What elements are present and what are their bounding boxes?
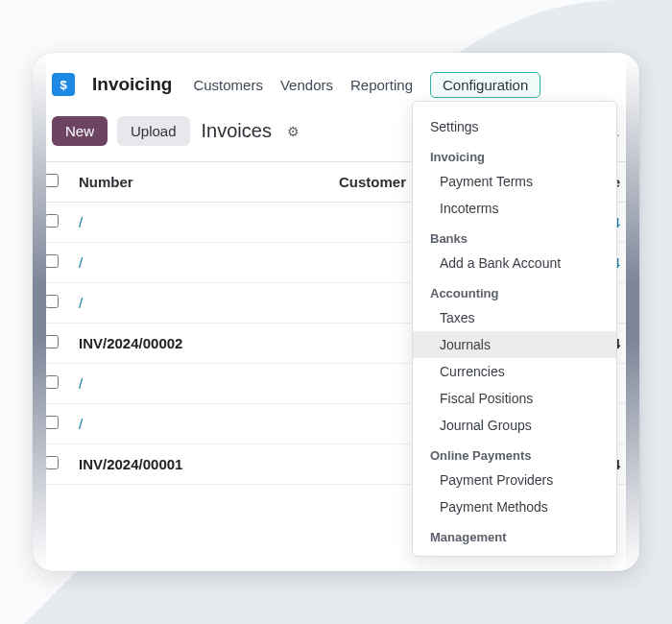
row-checkbox[interactable] bbox=[45, 254, 59, 268]
menu-item-payment-terms[interactable]: Payment Terms bbox=[413, 168, 616, 195]
menu-item-fiscal-positions[interactable]: Fiscal Positions bbox=[413, 385, 616, 412]
new-button[interactable]: New bbox=[52, 116, 108, 146]
row-checkbox[interactable] bbox=[45, 335, 59, 348]
cell-number[interactable]: / bbox=[71, 243, 331, 283]
cell-number[interactable]: / bbox=[71, 283, 331, 324]
nav-reporting[interactable]: Reporting bbox=[350, 77, 413, 93]
upload-button[interactable]: Upload bbox=[117, 116, 190, 146]
window-edge-right bbox=[626, 53, 639, 571]
menu-item-add-a-bank-account[interactable]: Add a Bank Account bbox=[413, 250, 616, 276]
gear-icon[interactable]: ⚙ bbox=[287, 124, 300, 139]
menu-section-management: Management bbox=[413, 520, 616, 548]
nav-configuration[interactable]: Configuration bbox=[430, 72, 540, 98]
menu-section-online-payments: Online Payments bbox=[413, 439, 616, 467]
menu-item-settings[interactable]: Settings bbox=[413, 113, 616, 140]
cell-number[interactable]: INV/2024/00001 bbox=[71, 444, 331, 485]
row-checkbox[interactable] bbox=[45, 375, 59, 389]
row-checkbox[interactable] bbox=[45, 214, 59, 228]
configuration-dropdown: SettingsInvoicingPayment TermsIncotermsB… bbox=[412, 101, 617, 557]
menu-item-payment-providers[interactable]: Payment Providers bbox=[413, 467, 616, 493]
menu-section-invoicing: Invoicing bbox=[413, 140, 616, 168]
cell-number[interactable]: / bbox=[71, 404, 331, 444]
row-checkbox[interactable] bbox=[45, 295, 59, 308]
col-number[interactable]: Number bbox=[71, 162, 331, 203]
menu-item-journal-groups[interactable]: Journal Groups bbox=[413, 412, 616, 439]
menu-section-banks: Banks bbox=[413, 222, 616, 250]
menu-section-accounting: Accounting bbox=[413, 276, 616, 304]
app-icon[interactable]: $ bbox=[52, 73, 75, 96]
cell-number[interactable]: / bbox=[71, 364, 331, 404]
app-title[interactable]: Invoicing bbox=[92, 74, 172, 95]
menu-item-currencies[interactable]: Currencies bbox=[413, 358, 616, 385]
app-window: $ Invoicing CustomersVendorsReportingCon… bbox=[33, 53, 639, 571]
cell-number[interactable]: INV/2024/00002 bbox=[71, 324, 331, 364]
view-title: Invoices bbox=[202, 120, 272, 142]
menu-item-incoterms[interactable]: Incoterms bbox=[413, 195, 616, 222]
menu-item-taxes[interactable]: Taxes bbox=[413, 304, 616, 331]
menu-item-journals[interactable]: Journals bbox=[413, 331, 616, 358]
cell-number[interactable]: / bbox=[71, 203, 331, 243]
menu-item-payment-methods[interactable]: Payment Methods bbox=[413, 493, 616, 520]
nav-vendors[interactable]: Vendors bbox=[280, 77, 333, 93]
top-nav: $ Invoicing CustomersVendorsReportingCon… bbox=[33, 68, 639, 101]
nav-customers[interactable]: Customers bbox=[193, 77, 263, 93]
window-edge-left bbox=[33, 53, 46, 571]
select-all-checkbox[interactable] bbox=[45, 174, 59, 187]
row-checkbox[interactable] bbox=[45, 416, 59, 429]
row-checkbox[interactable] bbox=[45, 456, 59, 469]
